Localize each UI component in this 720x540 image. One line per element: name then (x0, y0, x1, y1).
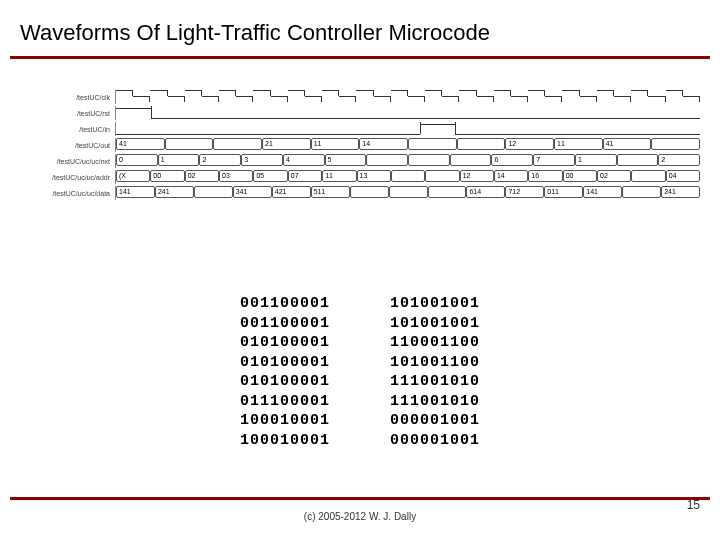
bus-value (165, 138, 214, 150)
bus-value: 614 (466, 186, 505, 198)
waveform-diagram: /testUC/clk /testUC/rst /testUC/in (20, 89, 700, 259)
bus-value: 12 (505, 138, 554, 150)
signal-label: /testUC/uc/uc/addr (20, 174, 115, 181)
bus-value (631, 170, 665, 182)
bus-value: 07 (288, 170, 322, 182)
signal-label: /testUC/clk (20, 94, 115, 101)
page-number: 15 (687, 498, 700, 512)
bus-value (389, 186, 428, 198)
microcode-listing: 0011000010011000010101000010101000010101… (10, 294, 710, 450)
bus-value: 00 (150, 170, 184, 182)
signal-nxt-bus: 0123456712 (115, 154, 700, 168)
signal-label: /testUC/in (20, 126, 115, 133)
bus-value (651, 138, 700, 150)
bus-value: 02 (185, 170, 219, 182)
bus-value: 12 (460, 170, 494, 182)
signal-clock (115, 90, 700, 104)
signal-label: /testUC/uc/uc/nxt (20, 158, 115, 165)
microcode-word: 101001100 (390, 353, 480, 373)
bus-value: 1 (158, 154, 200, 166)
bus-value: 241 (661, 186, 700, 198)
microcode-word: 001100001 (240, 294, 330, 314)
bus-value: 3 (241, 154, 283, 166)
signal-in (115, 122, 700, 136)
bus-value: 16 (528, 170, 562, 182)
bus-value: 41 (603, 138, 652, 150)
microcode-word: 000001001 (390, 431, 480, 451)
microcode-word: 100010001 (240, 411, 330, 431)
bus-value (617, 154, 659, 166)
microcode-column-left: 0011000010011000010101000010101000010101… (240, 294, 330, 450)
bus-value (408, 154, 450, 166)
bus-value: 2 (199, 154, 241, 166)
copyright-text: (c) 2005-2012 W. J. Dally (0, 511, 720, 522)
microcode-word: 100010001 (240, 431, 330, 451)
signal-data-bus: 141241341421511614712011141241 (115, 186, 700, 200)
signal-label: /testUC/out (20, 142, 115, 149)
microcode-word: 110001100 (390, 333, 480, 353)
bus-value: 05 (253, 170, 287, 182)
microcode-word: 011100001 (240, 392, 330, 412)
microcode-column-right: 1010010011010010011100011001010011001110… (390, 294, 480, 450)
microcode-word: 111001010 (390, 372, 480, 392)
signal-label: /testUC/uc/uc/data (20, 190, 115, 197)
microcode-word: 010100001 (240, 372, 330, 392)
bus-value: 02 (597, 170, 631, 182)
bus-value: 03 (219, 170, 253, 182)
bus-value (391, 170, 425, 182)
bus-value: 0 (116, 154, 158, 166)
bus-value: 511 (311, 186, 350, 198)
signal-addr-bus: (X00020305071113121416000204 (115, 170, 700, 184)
microcode-word: 000001001 (390, 411, 480, 431)
page-title: Waveforms Of Light-Traffic Controller Mi… (10, 20, 710, 46)
bus-value: 2 (658, 154, 700, 166)
bus-value: 4 (283, 154, 325, 166)
bus-value: 141 (116, 186, 155, 198)
bus-value: 14 (494, 170, 528, 182)
microcode-word: 010100001 (240, 353, 330, 373)
microcode-word: 001100001 (240, 314, 330, 334)
bus-value: 712 (505, 186, 544, 198)
bus-value: (X (116, 170, 150, 182)
bus-value (457, 138, 506, 150)
footer-rule (10, 497, 710, 500)
bus-value: 241 (155, 186, 194, 198)
bus-value: 141 (583, 186, 622, 198)
title-rule (10, 56, 710, 59)
bus-value: 5 (325, 154, 367, 166)
signal-out-bus: 41211114121141 (115, 138, 700, 152)
microcode-word: 101001001 (390, 294, 480, 314)
bus-value: 41 (116, 138, 165, 150)
bus-value: 21 (262, 138, 311, 150)
bus-value (408, 138, 457, 150)
bus-value: 6 (491, 154, 533, 166)
bus-value: 14 (359, 138, 408, 150)
bus-value (425, 170, 459, 182)
bus-value: 13 (357, 170, 391, 182)
bus-value: 11 (311, 138, 360, 150)
bus-value: 11 (554, 138, 603, 150)
bus-value: 00 (563, 170, 597, 182)
bus-value: 1 (575, 154, 617, 166)
bus-value (194, 186, 233, 198)
bus-value: 421 (272, 186, 311, 198)
signal-label: /testUC/rst (20, 110, 115, 117)
bus-value (428, 186, 467, 198)
bus-value (622, 186, 661, 198)
bus-value: 04 (666, 170, 700, 182)
bus-value (350, 186, 389, 198)
bus-value: 011 (544, 186, 583, 198)
bus-value: 11 (322, 170, 356, 182)
microcode-word: 010100001 (240, 333, 330, 353)
bus-value (213, 138, 262, 150)
bus-value (366, 154, 408, 166)
bus-value: 341 (233, 186, 272, 198)
bus-value: 7 (533, 154, 575, 166)
signal-rst (115, 106, 700, 120)
bus-value (450, 154, 492, 166)
microcode-word: 111001010 (390, 392, 480, 412)
microcode-word: 101001001 (390, 314, 480, 334)
